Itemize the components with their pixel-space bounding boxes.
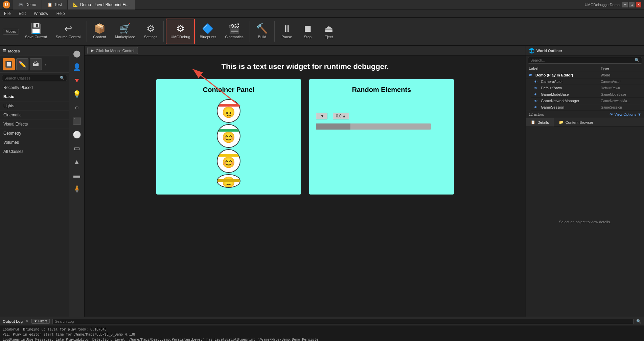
blueprints-icon: 🔷 <box>202 24 214 33</box>
sphere-icon-item[interactable]: ⬤ <box>71 47 83 60</box>
ball-icon-item[interactable]: ⚪ <box>71 129 83 141</box>
re-spinbox-value: 0.0 <box>336 114 342 118</box>
category-volumes[interactable]: Volumes <box>0 138 69 147</box>
toolbar: Modes 💾 Save Current ↩ Source Control 📦 … <box>0 18 644 46</box>
re-dropdown-arrow: ▼ <box>320 114 324 118</box>
place-mode-btn[interactable]: 🔲 <box>3 58 15 70</box>
re-spinbox-arrow: ▲ <box>342 114 346 118</box>
category-cinematic[interactable]: Cinematic <box>0 111 69 120</box>
viewport-toolbar: ▶ Click for Mouse Control <box>85 46 526 55</box>
char-icon-item[interactable]: 🧍 <box>71 183 83 195</box>
maximize-button[interactable]: □ <box>629 2 635 7</box>
main-area: ☰ Modes 🔲 ✏️ 🏔 › 🔍 Recently Placed Basic… <box>0 46 644 317</box>
log-close-button[interactable]: ✕ <box>25 319 29 324</box>
blueprints-button[interactable]: 🔷 Blueprints <box>196 19 220 44</box>
icon-column: ⬤ 👤 🔻 💡 ○ ⬛ ⚪ ▭ ▲ ▬ 🧍 <box>69 46 85 317</box>
details-tab-icon: 📋 <box>531 120 535 124</box>
cinematics-icon: 🎬 <box>228 24 240 33</box>
modes-button[interactable]: Modes <box>3 29 19 35</box>
pause-button[interactable]: ⏸ Pause <box>277 19 297 44</box>
re-spinbox[interactable]: 0.0 ▲ <box>333 113 349 119</box>
stop-button[interactable]: ⏹ Stop <box>298 19 318 44</box>
outliner-item-gamemode[interactable]: 👁 GameModeBase GameModeBase <box>531 91 644 98</box>
search-classes-input[interactable] <box>4 76 60 80</box>
source-control-icon: ↩ <box>64 24 72 33</box>
face-2: 😊 <box>217 124 240 148</box>
outliner-item-network[interactable]: 👁 GameNetworkManager GameNetworkMa... <box>531 98 644 104</box>
view-options-button[interactable]: 👁 View Options ▼ <box>610 112 642 116</box>
bulb-icon-item[interactable]: 💡 <box>71 88 83 100</box>
eye-icon-gamemode: 👁 <box>534 93 539 96</box>
menu-file[interactable]: File <box>3 10 12 17</box>
tab-details[interactable]: 📋 Details <box>526 118 554 127</box>
world-outliner-search-box: 🔍 <box>528 57 642 64</box>
outliner-item-pawn[interactable]: 👁 DefaultPawn DefaultPawn <box>531 85 644 91</box>
menu-window[interactable]: Window <box>32 10 50 17</box>
outliner-item-session[interactable]: 👁 GameSession GameSession <box>531 104 644 111</box>
tab-test[interactable]: 📋 Test <box>42 0 68 9</box>
category-basic[interactable]: Basic <box>0 92 69 101</box>
source-control-button[interactable]: ↩ Source Control <box>52 19 85 44</box>
actors-row: 12 actors 👁 View Options ▼ <box>526 111 644 118</box>
content-browser-icon: 📁 <box>559 120 564 124</box>
umgdebug-icon: ⚙ <box>176 24 185 33</box>
world-outliner-search-input[interactable] <box>530 58 635 62</box>
cinematics-button[interactable]: 🎬 Cinematics <box>221 19 247 44</box>
category-geometry[interactable]: Geometry <box>0 129 69 138</box>
outliner-item-camera[interactable]: 👁 CameraActor CameraActor <box>531 78 644 85</box>
app-logo: U <box>3 1 10 8</box>
flat-icon-item[interactable]: ▬ <box>71 169 83 181</box>
more-modes-arrow[interactable]: › <box>45 62 46 67</box>
widget-panels: Container Panel 😠 😊 <box>156 79 454 195</box>
click-mouse-button[interactable]: ▶ Click for Mouse Control <box>87 47 138 54</box>
random-elements-content: ▼ 0.0 ▲ <box>316 99 447 130</box>
tab-demo[interactable]: 🎮 Demo <box>13 0 42 9</box>
circle-icon-item[interactable]: ○ <box>71 101 83 114</box>
modes-title: ☰ <box>3 49 6 53</box>
landscape-mode-btn[interactable]: 🏔 <box>30 58 42 70</box>
tab-level-blueprint[interactable]: 📐 Demo - Level Blueprint Ei... <box>68 0 135 9</box>
menu-help[interactable]: Help <box>55 10 66 17</box>
face-3: 😊 <box>217 149 240 173</box>
face-4: 🙂 <box>217 174 240 188</box>
eye-icon-view: 👁 <box>610 112 613 116</box>
cylinder-icon-item[interactable]: ▭ <box>71 142 83 154</box>
save-current-button[interactable]: 💾 Save Current <box>21 19 51 44</box>
log-search-input[interactable] <box>52 319 634 324</box>
paint-mode-btn[interactable]: ✏️ <box>16 58 28 70</box>
category-visual-effects[interactable]: Visual Effects <box>0 120 69 129</box>
modes-label: Modes <box>8 49 20 53</box>
log-filters-button[interactable]: ▼ Filters <box>31 319 50 324</box>
world-outliner-search-icon: 🔍 <box>635 58 640 63</box>
menu-edit[interactable]: Edit <box>17 10 27 17</box>
person-icon-item[interactable]: 👤 <box>71 61 83 73</box>
umgdebug-button[interactable]: ⚙ UMGDebug <box>166 19 195 44</box>
re-progress-bar <box>316 123 431 130</box>
face-3-emoji: 😊 <box>222 156 235 169</box>
output-log: Output Log ✕ ▼ Filters 🔍 LogWorld: Bring… <box>0 317 644 341</box>
viewport: ▶ Click for Mouse Control This is a text… <box>85 46 526 317</box>
log-header: Output Log ✕ ▼ Filters 🔍 <box>0 317 644 325</box>
search-icon: 🔍 <box>60 76 65 80</box>
category-lights[interactable]: Lights <box>0 101 69 111</box>
settings-button[interactable]: ⚙ Settings <box>140 19 162 44</box>
view-options-arrow: ▼ <box>638 112 641 116</box>
col-type-header: Type <box>601 66 641 70</box>
box-icon-item[interactable]: ⬛ <box>71 115 83 127</box>
cone-icon-item[interactable]: 🔻 <box>71 74 83 87</box>
eye-icon-camera: 👁 <box>534 80 539 84</box>
category-recently-placed[interactable]: Recently Placed <box>0 83 69 92</box>
marketplace-button[interactable]: 🛒 Marketplace <box>111 19 139 44</box>
content-button[interactable]: 📦 Content <box>89 19 110 44</box>
outliner-item-demo[interactable]: 👁 Demo (Play In Editor) World <box>526 72 644 78</box>
eject-button[interactable]: ⏏ Eject <box>319 19 339 44</box>
tab-content-browser[interactable]: 📁 Content Browser <box>554 118 598 127</box>
category-all-classes[interactable]: All Classes <box>0 147 69 156</box>
minimize-button[interactable]: ─ <box>622 2 628 7</box>
re-row-2 <box>316 123 431 130</box>
build-button[interactable]: 🔨 Build <box>252 19 272 44</box>
log-line-2: PIE: Play in editor start time for /Game… <box>3 332 641 337</box>
close-button[interactable]: ✕ <box>636 2 641 7</box>
re-dropdown[interactable]: ▼ <box>316 113 327 119</box>
triangle-icon-item[interactable]: ▲ <box>71 156 83 168</box>
